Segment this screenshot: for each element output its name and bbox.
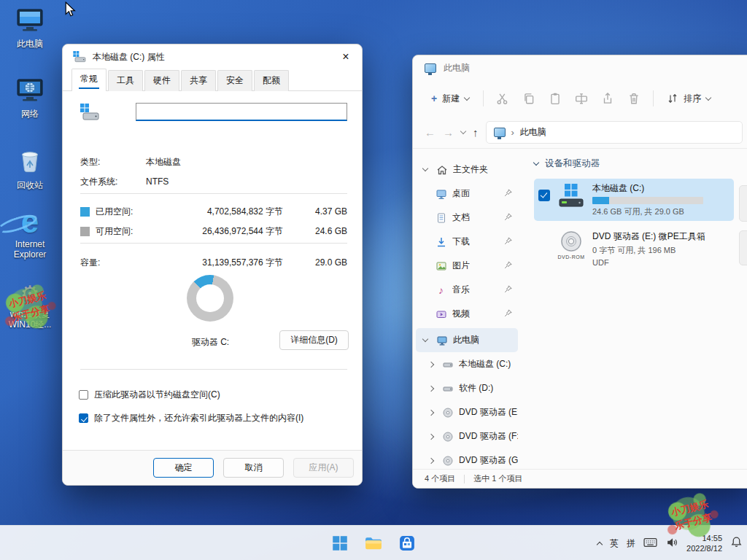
taskbar-center-icons [325,526,422,560]
toolbar-divider [653,90,654,106]
desktop-icon-internet-explorer[interactable]: e Internet Explorer [1,207,58,260]
breadcrumb[interactable]: 此电脑 [520,126,546,139]
desktop-icon-label: 回收站 [17,180,43,190]
store-icon [399,535,415,551]
sidebar-item-desktop[interactable]: 桌面 [416,182,518,206]
chevron-right-icon[interactable] [428,361,434,367]
index-checkbox-row[interactable]: 除了文件属性外，还允许索引此驱动器上文件的内容(I) [79,412,352,424]
keyboard-icon [643,537,657,548]
pin-icon [504,309,512,319]
sidebar-item-label: 桌面 [452,187,470,200]
sidebar-item-pictures[interactable]: 图片 [416,254,518,278]
this-pc-icon [436,334,448,346]
capacity-row: 容量: 31,139,557,376 字节 29.0 GB [80,256,347,269]
tray-date: 2022/8/12 [686,543,722,553]
sidebar-item-label: 本地磁盘 (C:) [459,358,511,370]
close-icon: × [342,50,349,63]
taskbar-store-button[interactable] [392,529,422,558]
start-button[interactable] [325,529,355,558]
drive-item-dvd-e[interactable]: DVD-ROM DVD 驱动器 (E:) 微PE工具箱 0 字节 可用, 共 1… [534,227,734,271]
sidebar-item-home[interactable]: 主文件夹 [416,158,518,182]
sidebar-item-this-pc[interactable]: 此电脑 [416,328,518,352]
apply-button[interactable]: 应用(A) [293,458,354,478]
details-button[interactable]: 详细信息(D) [279,330,349,350]
sidebar-item-dvd-f[interactable]: DVD 驱动器 (F:) [416,424,518,448]
sidebar-item-dvd-e[interactable]: DVD 驱动器 (E:) [416,400,518,424]
chevron-down-icon[interactable] [422,166,428,171]
windows-logo-icon [332,535,348,551]
paste-button[interactable] [542,87,568,110]
explorer-titlebar[interactable]: 此电脑 [413,55,747,80]
back-button[interactable]: ← [425,126,436,139]
dvd-icon [441,406,454,419]
disk-properties-dialog: 本地磁盘 (C:) 属性 × 常规 工具 硬件 共享 安全 配额 类型: 本地磁… [62,44,363,486]
ok-button[interactable]: 确定 [153,458,214,478]
type-label: 类型: [80,156,146,168]
sidebar-item-videos[interactable]: 视频 [416,302,518,326]
sidebar-item-music[interactable]: ♪ 音乐 [416,278,518,302]
drive-item-local-disk-c[interactable]: 本地磁盘 (C:) 24.6 GB 可用, 共 29.0 GB [534,179,734,221]
dialog-titlebar[interactable]: 本地磁盘 (C:) 属性 [63,44,362,69]
free-space-legend-swatch [80,227,90,236]
dialog-title: 本地磁盘 (C:) 属性 [93,51,165,63]
explorer-body: 主文件夹 桌面 [413,149,747,469]
tab-general[interactable]: 常规 [71,69,107,91]
chevron-right-icon[interactable] [428,409,434,415]
used-space-label: 已用空间: [96,206,146,218]
address-bar[interactable]: › 此电脑 [486,121,743,144]
desktop-icon-this-pc[interactable]: 此电脑 [1,7,58,49]
sort-button[interactable]: 排序 [659,88,718,110]
notification-center-button[interactable] [730,536,743,551]
disk-icon [73,51,86,63]
checkbox-checked-icon[interactable] [538,190,550,201]
recent-locations-chevron-icon[interactable] [460,128,466,134]
desktop-icon-recycle-bin[interactable]: 回收站 [1,146,58,190]
ime-language-badge[interactable]: 英 [610,537,619,550]
chevron-right-icon[interactable] [428,433,434,439]
cut-button[interactable] [489,87,516,110]
watermark-stamp: 小刀娱乐 乐于分享 [670,497,713,532]
capacity-label: 容量: [80,257,146,269]
checkbox-unchecked-icon[interactable] [79,390,88,400]
delete-button[interactable] [621,87,647,110]
touch-keyboard-button[interactable] [643,537,657,551]
videos-icon [435,308,447,320]
capacity-gb: 29.0 GB [283,257,347,268]
section-header-devices-drives[interactable]: 设备和驱动器 [534,158,747,170]
ime-mode-badge[interactable]: 拼 [627,537,635,550]
sidebar-item-label: DVD 驱动器 (G:) [459,454,518,467]
tab-hardware[interactable]: 硬件 [144,70,179,91]
taskbar: 英 拼 14:55 2022/8/12 [0,525,747,560]
tab-security[interactable]: 安全 [217,70,252,91]
sidebar-item-dvd-g[interactable]: DVD 驱动器 (G:) [416,448,518,469]
sidebar-item-downloads[interactable]: 下载 [416,230,518,254]
dvd-rom-label: DVD-ROM [558,254,585,260]
chevron-down-icon[interactable] [422,336,428,342]
compress-checkbox-row[interactable]: 压缩此驱动器以节约磁盘空间(C) [79,389,352,401]
tab-tools[interactable]: 工具 [108,70,143,91]
share-button[interactable] [595,87,621,110]
copy-button[interactable] [516,87,542,110]
close-button[interactable]: × [330,44,362,69]
tab-sharing[interactable]: 共享 [181,70,216,91]
chevron-right-icon[interactable] [428,457,434,463]
compress-checkbox-label: 压缩此驱动器以节约磁盘空间(C) [94,389,220,401]
taskbar-file-explorer-button[interactable] [359,529,388,558]
cancel-button[interactable]: 取消 [223,458,284,478]
tray-overflow-chevron-icon[interactable] [597,542,603,548]
cutoff-drive-item[interactable] [739,185,747,222]
forward-button[interactable]: → [443,126,454,139]
checkbox-checked-icon[interactable] [79,413,88,423]
volume-label-input[interactable] [136,103,347,121]
up-button[interactable]: ↑ [473,126,479,139]
sidebar-item-documents[interactable]: 文档 [416,206,518,230]
rename-button[interactable] [568,87,595,110]
new-button[interactable]: + 新建 [423,88,477,110]
tab-quota[interactable]: 配额 [254,70,289,91]
chevron-right-icon[interactable] [428,385,434,391]
desktop-icon-network[interactable]: 网络 [1,77,58,119]
drive-name: DVD 驱动器 (E:) 微PE工具箱 [592,230,705,243]
cutoff-drive-item[interactable] [739,230,747,265]
sidebar-item-software-d[interactable]: 软件 (D:) [416,376,518,400]
sidebar-item-local-disk-c[interactable]: 本地磁盘 (C:) [416,352,518,376]
